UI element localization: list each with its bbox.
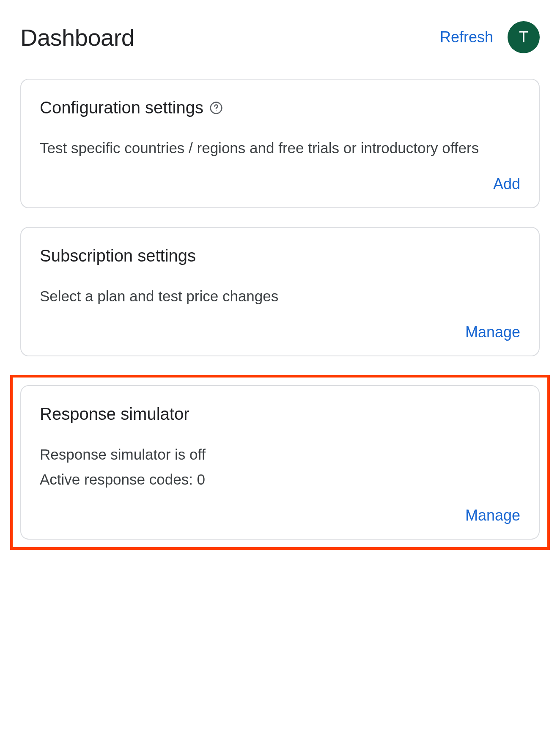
card-action-row: Add [40, 175, 520, 193]
card-description-configuration: Test specific countries / regions and fr… [40, 138, 520, 158]
help-icon[interactable] [209, 101, 223, 115]
manage-subscription-button[interactable]: Manage [465, 323, 520, 341]
card-title-row: Configuration settings [40, 98, 520, 117]
card-description-subscription: Select a plan and test price changes [40, 286, 520, 306]
card-wrap-configuration: Configuration settings Test specific cou… [20, 79, 540, 208]
cards-container: Configuration settings Test specific cou… [20, 79, 540, 550]
card-title-row: Response simulator [40, 405, 520, 424]
page-title: Dashboard [20, 24, 134, 51]
card-action-row: Manage [40, 323, 520, 341]
header: Dashboard Refresh T [20, 17, 540, 53]
card-wrap-subscription: Subscription settings Select a plan and … [20, 227, 540, 356]
refresh-button[interactable]: Refresh [440, 28, 493, 46]
manage-simulator-button[interactable]: Manage [465, 507, 520, 524]
card-response-simulator: Response simulator Response simulator is… [20, 385, 540, 540]
card-wrap-simulator-highlight: Response simulator Response simulator is… [10, 375, 550, 550]
card-title-row: Subscription settings [40, 246, 520, 265]
card-description-simulator: Response simulator is off [40, 444, 520, 465]
avatar[interactable]: T [508, 21, 540, 53]
card-action-row: Manage [40, 507, 520, 524]
card-title-configuration: Configuration settings [40, 98, 203, 117]
add-button[interactable]: Add [493, 175, 520, 193]
card-extra-simulator: Active response codes: 0 [40, 469, 520, 490]
card-configuration: Configuration settings Test specific cou… [20, 79, 540, 208]
header-actions: Refresh T [440, 21, 540, 53]
card-subscription: Subscription settings Select a plan and … [20, 227, 540, 356]
svg-point-1 [216, 110, 217, 111]
card-title-simulator: Response simulator [40, 405, 189, 424]
card-title-subscription: Subscription settings [40, 246, 196, 265]
